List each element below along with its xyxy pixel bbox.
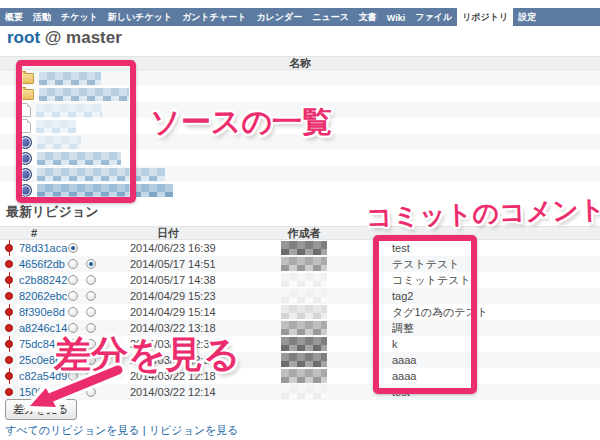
revision-row: 78d31aca 2014/06/23 16:39 test: [0, 240, 600, 256]
folder-icon: [19, 89, 34, 100]
revisions-table: # 日付 作成者 78d31aca 2014/06/23 16:39 test …: [0, 226, 600, 400]
commit-dot-icon: [5, 308, 13, 316]
revision-row: 4656f2db 2014/05/17 14:51 テストテスト: [0, 256, 600, 272]
diff-from-radio[interactable]: [68, 259, 78, 269]
tab-wiki[interactable]: Wiki: [382, 8, 410, 26]
diff-from-radio[interactable]: [68, 243, 78, 253]
file-row[interactable]: [0, 70, 600, 86]
radios-column-header: [68, 227, 112, 239]
diff-to-radio[interactable]: [86, 339, 96, 349]
redacted-author: [281, 369, 327, 383]
tab-activity[interactable]: 活動: [28, 8, 56, 26]
redacted-filename: [36, 104, 102, 117]
redacted-author: [281, 337, 327, 351]
diff-from-radio[interactable]: [68, 355, 78, 365]
commit-dot-icon: [5, 276, 13, 284]
diff-to-radio[interactable]: [86, 307, 96, 317]
diff-from-radio[interactable]: [68, 275, 78, 285]
diff-to-radio[interactable]: [86, 291, 96, 301]
file-row[interactable]: [0, 150, 600, 166]
tab-files[interactable]: ファイル: [410, 8, 457, 26]
tab-repository[interactable]: リポジトリ: [457, 8, 513, 26]
view-diff-button[interactable]: 差分を見る: [5, 399, 77, 420]
revision-date: 2014/03/22 12:18: [112, 370, 224, 382]
revision-link-footer[interactable]: リビジョンを見る: [149, 424, 239, 436]
tab-gantt[interactable]: ガントチャート: [177, 8, 251, 26]
revision-date: 2014/05/17 14:51: [112, 258, 224, 270]
latest-revisions-heading: 最新リビジョン: [6, 203, 99, 221]
revision-date: 2014/03/22 13:18: [112, 322, 224, 334]
revision-comment: test: [384, 386, 600, 398]
file-row[interactable]: [0, 182, 600, 198]
file-row[interactable]: [0, 86, 600, 102]
revision-date: 2014/03/22 12:14: [112, 386, 224, 398]
main-menu: 概要 活動 チケット 新しいチケット ガントチャート カレンダー ニュース 文書…: [0, 8, 600, 26]
commit-dot-icon: [5, 372, 13, 380]
revision-link[interactable]: 25c0e8bd: [19, 354, 67, 366]
diff-from-radio[interactable]: [68, 307, 78, 317]
revision-comment: テストテスト: [384, 257, 600, 272]
tab-calendar[interactable]: カレンダー: [251, 8, 307, 26]
revision-row: 25c0e8bd 2014/03/22 12:34 aaaa: [0, 352, 600, 368]
commit-dot-icon: [5, 244, 13, 252]
revisions-table-header: # 日付 作成者: [0, 226, 600, 240]
revision-comment: k: [384, 338, 600, 350]
all-revisions-link[interactable]: すべてのリビジョンを見る: [5, 424, 140, 436]
jpg-file-icon: [19, 136, 32, 149]
redacted-filename: [37, 136, 81, 149]
commit-dot-icon: [5, 356, 13, 364]
diff-to-radio[interactable]: [86, 355, 96, 365]
revision-link[interactable]: 82062ebc: [19, 290, 67, 302]
revision-link[interactable]: 15005ebb: [19, 386, 68, 398]
redacted-author: [281, 353, 327, 367]
file-row[interactable]: [0, 118, 600, 134]
file-row[interactable]: [0, 166, 600, 182]
revision-comment: test: [384, 242, 600, 254]
diff-from-radio[interactable]: [68, 339, 78, 349]
file-icon: [19, 103, 31, 117]
diff-to-radio[interactable]: [86, 275, 96, 285]
date-column-header: 日付: [112, 227, 224, 239]
file-row[interactable]: [0, 134, 600, 150]
tab-overview[interactable]: 概要: [0, 8, 28, 26]
revision-link[interactable]: 75dc844d: [19, 338, 67, 350]
revision-link[interactable]: c2b88242: [19, 274, 67, 286]
diff-from-radio[interactable]: [68, 371, 78, 381]
redacted-author: [281, 257, 327, 271]
revision-date: 2014/04/29 15:23: [112, 290, 224, 302]
repository-root-link[interactable]: root: [7, 28, 40, 47]
commit-dot-icon: [5, 340, 13, 348]
jpg-file-icon: [19, 152, 32, 165]
revision-date: 2014/04/29 15:14: [112, 306, 224, 318]
file-table-header: 名称: [0, 56, 600, 70]
revision-comment: aaaa: [384, 370, 600, 382]
diff-to-radio[interactable]: [86, 323, 96, 333]
revision-row: 15005ebb 2014/03/22 12:14 test: [0, 384, 600, 400]
diff-to-radio[interactable]: [86, 371, 96, 381]
footer-link-separator: |: [143, 424, 146, 436]
diff-from-radio[interactable]: [68, 323, 78, 333]
revision-link[interactable]: 4656f2db: [19, 258, 65, 270]
diff-from-radio[interactable]: [68, 291, 78, 301]
tab-documents[interactable]: 文書: [354, 8, 382, 26]
revision-link[interactable]: a8246c14: [19, 322, 67, 334]
jpg-file-icon: [19, 168, 32, 181]
commit-dot-icon: [5, 324, 13, 332]
tab-new-issue[interactable]: 新しいチケット: [103, 8, 177, 26]
revision-comment: tag2: [384, 290, 600, 302]
file-row[interactable]: [0, 102, 600, 118]
redacted-filename: [37, 168, 165, 181]
revision-link[interactable]: c82a54d9: [19, 370, 67, 382]
revision-link[interactable]: 8f390e8d: [19, 306, 65, 318]
diff-to-radio[interactable]: [86, 387, 96, 397]
redacted-author: [281, 289, 327, 303]
tab-news[interactable]: ニュース: [307, 8, 354, 26]
revision-comment: コミットテスト: [384, 273, 600, 288]
comment-column-header: [384, 227, 600, 239]
author-column-header: 作成者: [224, 227, 384, 239]
revision-link[interactable]: 78d31aca: [19, 242, 67, 254]
tab-settings[interactable]: 設定: [513, 8, 541, 26]
revision-row: c82a54d9 2014/03/22 12:18 aaaa: [0, 368, 600, 384]
diff-to-radio[interactable]: [86, 259, 96, 269]
tab-issues[interactable]: チケット: [56, 8, 103, 26]
